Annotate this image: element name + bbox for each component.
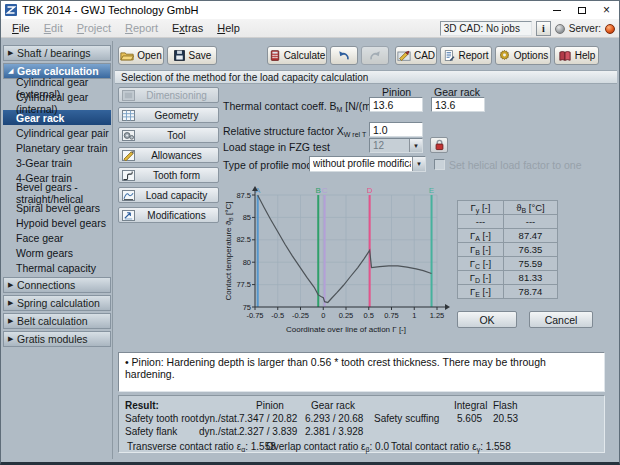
calculate-button[interactable]: Calculate [267, 46, 327, 65]
geometry-grid-icon [122, 110, 135, 123]
safety-scuffing-integral: 5.605 [457, 413, 482, 424]
thermal-coeff-gear-input[interactable] [431, 97, 485, 112]
safety-tooth-root-label: Safety tooth root [125, 413, 198, 424]
tree-collapsed-icon: ▶ [8, 49, 17, 57]
sidebar-item-3-gear-train[interactable]: 3-Gear train [3, 155, 111, 170]
nav-button-allowances[interactable]: Allowances [118, 147, 219, 163]
gamma-temperature-table: Γy [-]ϑB [°C]------ΓA [-]87.47ΓB [-]76.3… [457, 200, 558, 299]
options-button[interactable]: Options [495, 46, 551, 65]
cad-status-indicator [555, 24, 565, 34]
table-row: ΓB [-]76.35 [458, 243, 558, 257]
helical-load-factor-checkbox [434, 159, 445, 170]
sidebar-section-spring-calculation[interactable]: ▶Spring calculation [3, 295, 111, 311]
svg-text:80: 80 [243, 258, 251, 267]
safety-tooth-root-gear: 6.293 / 20.68 [305, 413, 363, 424]
svg-text:75: 75 [243, 303, 251, 312]
report-doc-icon [443, 49, 455, 62]
transverse-contact-ratio: Transverse contact ratio εα: 1.558 [127, 441, 276, 453]
undo-button[interactable] [330, 46, 358, 65]
calculator-icon [269, 49, 281, 62]
table-row: ΓD [-]81.33 [458, 271, 558, 285]
svg-text:82.5: 82.5 [236, 235, 251, 244]
svg-text:D: D [367, 186, 373, 195]
helical-load-factor-label: Set helical load factor to one [449, 159, 582, 171]
load-capacity-gauge-icon [122, 190, 135, 203]
svg-text:1.25: 1.25 [430, 311, 445, 320]
lock-icon [434, 139, 445, 151]
nav-button-load-capacity[interactable]: Load capacity [118, 187, 219, 203]
sidebar-item-bevel-gears-straight-helical[interactable]: Bevel gears - straight/helical [3, 185, 111, 200]
menu-item-extras[interactable]: Extras [165, 22, 210, 34]
profile-modification-value: without profile modification [313, 157, 411, 171]
cancel-button[interactable]: Cancel [529, 311, 593, 328]
sidebar-item-worm-gears[interactable]: Worm gears [3, 245, 111, 260]
open-folder-icon [120, 49, 134, 62]
safety-scuffing-label: Safety scuffing [374, 413, 439, 424]
svg-text:87.5: 87.5 [236, 191, 251, 200]
close-button[interactable]: × [594, 1, 619, 19]
svg-text:77.5: 77.5 [236, 280, 251, 289]
result-col-gear-rack: Gear rack [311, 400, 355, 411]
sidebar-item-cylindrical-gear-internal-[interactable]: Cylindrical gear (internal) [3, 95, 111, 110]
minimize-icon [553, 10, 561, 11]
dimensioning-icon [122, 90, 135, 103]
warning-note: • Pinion: Hardening depth is larger than… [118, 352, 605, 392]
nav-button-modifications[interactable]: Modifications [118, 207, 219, 223]
window-title: TBK 2014 - GWJ Technology GmbH [22, 4, 198, 16]
tree-expanded-icon: ◢ [8, 67, 17, 75]
sidebar-item-spiral-bevel-gears[interactable]: Spiral bevel gears [3, 200, 111, 215]
tree-collapsed-icon: ▶ [8, 335, 17, 343]
nav-button-tooth-form[interactable]: Tooth form [118, 167, 219, 183]
sidebar-item-planetary-gear-train[interactable]: Planetary gear train [3, 140, 111, 155]
open-button[interactable]: Open [118, 46, 164, 65]
sidebar-section-shaft-bearings[interactable]: ▶Shaft / bearings [3, 45, 111, 61]
safety-flank-label: Safety flank [125, 426, 177, 437]
safety-flank-pinion: 2.327 / 3.839 [239, 426, 297, 437]
tree-collapsed-icon: ▶ [8, 281, 17, 289]
server-label: Server: [569, 23, 601, 34]
sidebar-section-connections[interactable]: ▶Connections [3, 277, 111, 293]
maximize-button[interactable] [569, 1, 594, 19]
sidebar-item-face-gear[interactable]: Face gear [3, 230, 111, 245]
thermal-coeff-pinion-input[interactable] [369, 97, 423, 112]
nav-button-tool[interactable]: Tool [118, 127, 219, 143]
undo-arrow-icon [337, 50, 351, 62]
fzg-load-stage-select: 12 ▼ [369, 138, 423, 153]
sidebar-item-hypoid-bevel-gears[interactable]: Hypoid bevel gears [3, 215, 111, 230]
minimize-button[interactable] [544, 1, 569, 19]
sidebar-section-gratis-modules[interactable]: ▶Gratis modules [3, 331, 111, 347]
svg-text:85: 85 [243, 213, 251, 222]
sidebar-item-thermal-capacity[interactable]: Thermal capacity [3, 260, 111, 275]
ok-button[interactable]: OK [457, 311, 517, 328]
safety-scuffing-flash: 20.53 [493, 413, 518, 424]
safety-tooth-root-mode: dyn./stat. [199, 413, 240, 424]
nav-button-geometry[interactable]: Geometry [118, 107, 219, 123]
svg-text:-0.75: -0.75 [246, 311, 263, 320]
tree-collapsed-icon: ▶ [8, 299, 17, 307]
nav-button-dimensioning: Dimensioning [118, 87, 219, 103]
profile-modification-select[interactable]: without profile modification ▼ [309, 156, 426, 172]
sidebar-item-cylindrical-gear-pair[interactable]: Cylindrical gear pair [3, 125, 111, 140]
structure-factor-label: Relative structure factor XW rel T [-] [223, 125, 378, 138]
help-button[interactable]: Help [554, 46, 599, 65]
info-icon[interactable]: i [536, 21, 551, 36]
table-row: ΓA [-]87.47 [458, 229, 558, 243]
tool-gear-icon [122, 130, 135, 143]
structure-factor-input[interactable] [369, 122, 423, 137]
menu-item-file[interactable]: File [5, 22, 37, 34]
menu-item-help[interactable]: Help [210, 22, 247, 34]
result-col-integral: Integral [454, 400, 487, 411]
svg-text:E: E [429, 186, 434, 195]
lock-button[interactable] [430, 137, 448, 153]
sidebar-tree: ▶Shaft / bearings◢Gear calculationCylind… [2, 41, 113, 459]
fzg-load-stage-label: Load stage in FZG test [223, 141, 330, 153]
save-disk-icon [173, 49, 186, 62]
menu-bar: FileEditProjectReportExtrasHelp 3D CAD: … [1, 19, 619, 38]
overlap-contact-ratio: Overlap contact ratio εβ: 0.0 [266, 441, 389, 453]
save-button[interactable]: Save [167, 46, 217, 65]
report-button[interactable]: Report [440, 46, 492, 65]
sidebar-section-belt-calculation[interactable]: ▶Belt calculation [3, 313, 111, 329]
svg-text:C: C [322, 186, 328, 195]
cad-button[interactable]: CAD [395, 46, 437, 65]
table-row: ------ [458, 215, 558, 229]
